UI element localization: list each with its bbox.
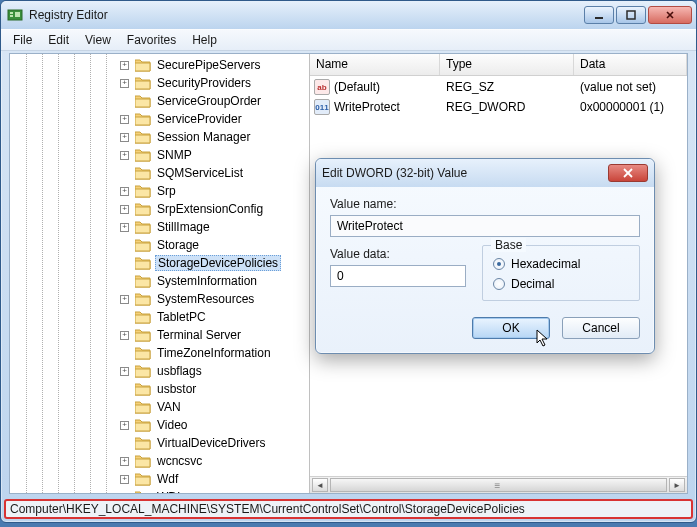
col-name[interactable]: Name	[310, 54, 440, 75]
ok-button[interactable]: OK	[472, 317, 550, 339]
base-fieldset: Base Hexadecimal Decimal	[482, 245, 640, 301]
tree-item[interactable]: Storage	[10, 236, 309, 254]
expand-icon[interactable]	[120, 439, 129, 448]
value-data-label: Value data:	[330, 247, 466, 261]
col-data[interactable]: Data	[574, 54, 687, 75]
expand-icon[interactable]: +	[120, 133, 129, 142]
svg-rect-3	[15, 12, 20, 17]
tree-item[interactable]: +SecurityProviders	[10, 74, 309, 92]
radio-dot-icon	[493, 278, 505, 290]
tree-item[interactable]: ServiceGroupOrder	[10, 92, 309, 110]
edit-dword-dialog[interactable]: Edit DWORD (32-bit) Value Value name: Va…	[315, 158, 655, 354]
menu-help[interactable]: Help	[184, 31, 225, 49]
tree-item[interactable]: +SrpExtensionConfig	[10, 200, 309, 218]
folder-icon	[135, 382, 151, 396]
tree-item[interactable]: +SystemResources	[10, 290, 309, 308]
menu-view[interactable]: View	[77, 31, 119, 49]
expand-icon[interactable]: +	[120, 79, 129, 88]
tree-item[interactable]: +Wdf	[10, 470, 309, 488]
close-button[interactable]	[648, 6, 692, 24]
expand-icon[interactable]	[120, 97, 129, 106]
tree-item[interactable]: TimeZoneInformation	[10, 344, 309, 362]
tree-item[interactable]: +SNMP	[10, 146, 309, 164]
tree-item[interactable]: VAN	[10, 398, 309, 416]
value-name-label: Value name:	[330, 197, 640, 211]
menu-bar: File Edit View Favorites Help	[1, 29, 696, 51]
menu-favorites[interactable]: Favorites	[119, 31, 184, 49]
folder-icon	[135, 76, 151, 90]
expand-icon[interactable]	[120, 259, 129, 268]
tree-item[interactable]: +StillImage	[10, 218, 309, 236]
folder-icon	[135, 364, 151, 378]
expand-icon[interactable]: +	[120, 61, 129, 70]
radio-decimal[interactable]: Decimal	[493, 274, 629, 294]
tree-item[interactable]: SQMServiceList	[10, 164, 309, 182]
tree-item[interactable]: +Terminal Server	[10, 326, 309, 344]
scroll-thumb[interactable]	[330, 478, 667, 492]
list-row[interactable]: 011WriteProtectREG_DWORD0x00000001 (1)	[310, 98, 687, 116]
tree-item[interactable]: +Session Manager	[10, 128, 309, 146]
tree-item-label: Session Manager	[155, 130, 252, 144]
tree-item[interactable]: StorageDevicePolicies	[10, 254, 309, 272]
tree-item[interactable]: +Srp	[10, 182, 309, 200]
expand-icon[interactable]: +	[120, 205, 129, 214]
tree-item[interactable]: +SecurePipeServers	[10, 56, 309, 74]
expand-icon[interactable]	[120, 313, 129, 322]
regedit-icon	[7, 7, 23, 23]
expand-icon[interactable]	[120, 241, 129, 250]
tree-item[interactable]: VirtualDeviceDrivers	[10, 434, 309, 452]
folder-icon	[135, 310, 151, 324]
tree-item[interactable]: usbstor	[10, 380, 309, 398]
expand-icon[interactable]: +	[120, 475, 129, 484]
dialog-titlebar[interactable]: Edit DWORD (32-bit) Value	[316, 159, 654, 187]
expand-icon[interactable]: +	[120, 421, 129, 430]
tree-item-label: SecurityProviders	[155, 76, 253, 90]
scroll-right-button[interactable]: ►	[669, 478, 685, 492]
expand-icon[interactable]	[120, 277, 129, 286]
horizontal-scrollbar[interactable]: ◄ ►	[310, 476, 687, 493]
radio-hexadecimal[interactable]: Hexadecimal	[493, 254, 629, 274]
expand-icon[interactable]: +	[120, 493, 129, 494]
expand-icon[interactable]: +	[120, 295, 129, 304]
folder-icon	[135, 454, 151, 468]
list-header[interactable]: Name Type Data	[310, 54, 687, 76]
folder-icon	[135, 274, 151, 288]
expand-icon[interactable]: +	[120, 223, 129, 232]
tree-item[interactable]: TabletPC	[10, 308, 309, 326]
tree-item[interactable]: +Video	[10, 416, 309, 434]
tree-item[interactable]: SystemInformation	[10, 272, 309, 290]
expand-icon[interactable]	[120, 169, 129, 178]
tree-item[interactable]: +wcncsvc	[10, 452, 309, 470]
menu-edit[interactable]: Edit	[40, 31, 77, 49]
value-data-field[interactable]	[330, 265, 466, 287]
expand-icon[interactable]: +	[120, 331, 129, 340]
titlebar[interactable]: Registry Editor	[1, 1, 696, 29]
tree-item[interactable]: +WDI	[10, 488, 309, 493]
expand-icon[interactable]	[120, 349, 129, 358]
folder-icon	[135, 472, 151, 486]
tree-item[interactable]: +ServiceProvider	[10, 110, 309, 128]
tree-item-label: TabletPC	[155, 310, 208, 324]
maximize-button[interactable]	[616, 6, 646, 24]
expand-icon[interactable]	[120, 403, 129, 412]
expand-icon[interactable]: +	[120, 151, 129, 160]
tree-item-label: SNMP	[155, 148, 194, 162]
cancel-button[interactable]: Cancel	[562, 317, 640, 339]
tree-pane[interactable]: +SecurePipeServers+SecurityProvidersServ…	[10, 54, 310, 493]
scroll-left-button[interactable]: ◄	[312, 478, 328, 492]
tree-item-label: SrpExtensionConfig	[155, 202, 265, 216]
expand-icon[interactable]	[120, 385, 129, 394]
expand-icon[interactable]: +	[120, 367, 129, 376]
expand-icon[interactable]: +	[120, 457, 129, 466]
minimize-button[interactable]	[584, 6, 614, 24]
status-path: Computer\HKEY_LOCAL_MACHINE\SYSTEM\Curre…	[10, 502, 525, 516]
list-row[interactable]: ab(Default)REG_SZ(value not set)	[310, 78, 687, 96]
col-type[interactable]: Type	[440, 54, 574, 75]
expand-icon[interactable]: +	[120, 115, 129, 124]
menu-file[interactable]: File	[5, 31, 40, 49]
folder-icon	[135, 436, 151, 450]
dialog-close-button[interactable]	[608, 164, 648, 182]
expand-icon[interactable]: +	[120, 187, 129, 196]
tree-item[interactable]: +usbflags	[10, 362, 309, 380]
value-name-field[interactable]	[330, 215, 640, 237]
